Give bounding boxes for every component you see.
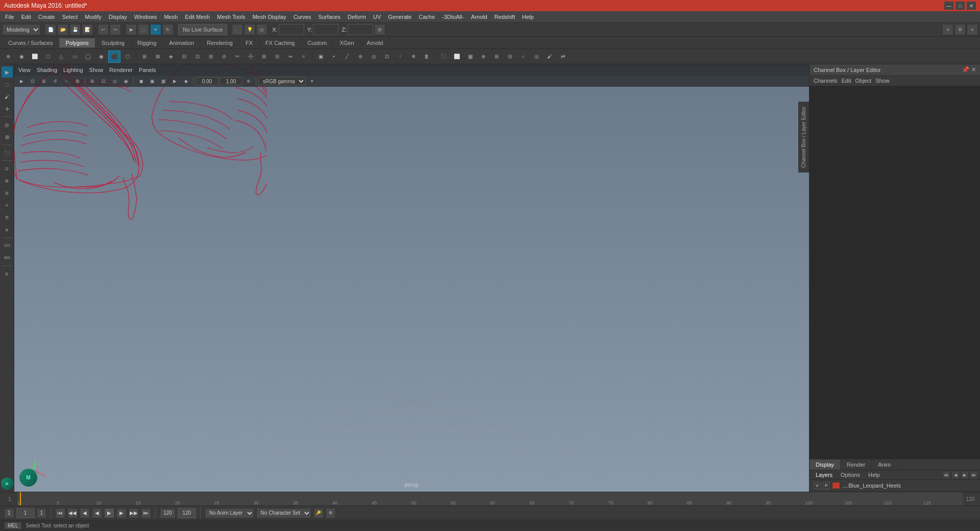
vp-res-low[interactable]: ◼ (136, 77, 146, 86)
grow-sel-btn[interactable]: ⊞ (491, 51, 503, 63)
maya-logo-btn[interactable]: M (1, 477, 13, 490)
new-scene-button[interactable]: 📄 (45, 24, 56, 35)
bevel-btn[interactable]: ◈ (165, 51, 177, 63)
settings-btn-1[interactable]: ⊡⊡ (2, 240, 13, 251)
insert-edge-loop-btn[interactable]: ⊞ (138, 51, 151, 63)
combine-btn[interactable]: ⊞ (258, 51, 270, 63)
edge-mode-btn[interactable]: ╱ (341, 51, 353, 63)
playback-range-start[interactable]: 1 (37, 508, 47, 518)
wire-btn[interactable]: ⊡ (381, 51, 393, 63)
display-setting-4[interactable]: ≡ (2, 200, 13, 211)
display-btn[interactable]: ◎ (368, 51, 380, 63)
merge-btn[interactable]: ⊞ (205, 51, 217, 63)
timeline-playhead[interactable] (20, 492, 21, 505)
fill-hole-btn[interactable]: ⊡ (191, 51, 204, 63)
viewport-3d-canvas[interactable]: persp X Y Z M (14, 87, 809, 492)
menu-deform[interactable]: Deform (345, 13, 369, 21)
tab-sculpting[interactable]: Sculpting (95, 38, 131, 47)
layer-forward-btn[interactable]: ▶ (961, 471, 969, 479)
shrink-sel-btn[interactable]: ⊟ (504, 51, 516, 63)
open-scene-button[interactable]: 📂 (57, 24, 68, 35)
vp-grid-btn[interactable]: ⊞ (87, 77, 97, 86)
sel-vertex-btn[interactable]: ⬛ (437, 51, 450, 63)
mirror-btn[interactable]: ⇔ (284, 51, 297, 63)
menu-edit[interactable]: Edit (18, 13, 34, 21)
maximize-button[interactable]: □ (955, 2, 965, 10)
menu-modify[interactable]: Modify (82, 13, 104, 21)
z-input[interactable] (348, 24, 373, 35)
display-setting-2[interactable]: ⊞ (2, 175, 13, 186)
smooth-btn[interactable]: ≈ (298, 51, 310, 63)
snap-to-grid-btn[interactable]: ⊕ (2, 51, 14, 63)
display-setting-6[interactable]: ⊛ (2, 224, 13, 235)
timeline-end-input[interactable] (178, 508, 196, 518)
timeline-ruler[interactable]: 1510152025303540455055606570758085909510… (17, 492, 963, 505)
vp-normals-btn[interactable]: ⊡ (99, 77, 109, 86)
display-setting-3[interactable]: ⊟ (2, 187, 13, 199)
layers-tab-layers[interactable]: Layers (812, 470, 837, 479)
menu-curves[interactable]: Curves (290, 13, 314, 21)
move-tool-left-btn[interactable]: ✛ (2, 103, 13, 114)
poly-cylinder-btn[interactable]: ⬡ (121, 51, 134, 63)
nurbs-cube-btn[interactable]: ⬜ (29, 51, 41, 63)
channel-box-close[interactable]: ✕ (971, 66, 976, 73)
vp-camera-btn[interactable]: ⊡ (28, 77, 38, 86)
tab-fx-caching[interactable]: FX Caching (259, 38, 301, 47)
uv-mode-btn[interactable]: ⊛ (354, 51, 366, 63)
layers-tab-options[interactable]: Options (837, 470, 864, 479)
select-tool-button[interactable]: ▶ (126, 24, 137, 35)
move-tool-button[interactable]: ✛ (150, 24, 161, 35)
save-scene-button[interactable]: 💾 (69, 24, 81, 35)
delete-history-btn[interactable]: 🗑 (421, 51, 433, 63)
tab-curves-surfaces[interactable]: Curves / Surfaces (2, 38, 59, 47)
y-input[interactable] (313, 24, 338, 35)
channel-box-toggle[interactable]: ≡ (942, 24, 953, 35)
minimize-button[interactable]: — (944, 2, 953, 10)
settings-btn-2[interactable]: ⊞⊟ (2, 252, 13, 263)
sel-uv-btn[interactable]: ⊕ (477, 51, 489, 63)
pb-goto-end[interactable]: ⏭ (141, 508, 151, 518)
convert-sel-btn[interactable]: ⇄ (557, 51, 569, 63)
vp-res-med[interactable]: ▣ (147, 77, 157, 86)
vp-color-profile-select[interactable]: sRGB gamma (258, 77, 306, 85)
tab-rigging[interactable]: Rigging (131, 38, 163, 47)
sel-edge-btn[interactable]: ⬜ (451, 51, 463, 63)
bridge-btn[interactable]: ⊟ (178, 51, 190, 63)
vp-select-btn[interactable]: ▶ (16, 77, 27, 86)
undo-button[interactable]: ↩ (97, 24, 109, 35)
vp-menu-lighting[interactable]: Lighting (63, 67, 83, 73)
cb-tab-edit[interactable]: Edit (841, 78, 851, 84)
script-mode-btn[interactable]: MEL (4, 522, 22, 529)
viewport[interactable]: View Shading Lighting Show Renderer Pane… (14, 64, 809, 492)
anim-layer-dropdown[interactable]: No Anim Layer (205, 508, 254, 518)
menu-mesh[interactable]: Mesh (161, 13, 181, 21)
extrude-btn[interactable]: ⊠ (152, 51, 164, 63)
anim-pref-btn[interactable]: ⚙ (326, 508, 336, 518)
vertex-mode-btn[interactable]: • (328, 51, 340, 63)
cut-btn[interactable]: ✂ (231, 51, 243, 63)
poly-sphere-btn[interactable]: ◉ (95, 51, 107, 63)
normals-btn[interactable]: ↑ (394, 51, 406, 63)
cb-tab-show[interactable]: Show (875, 78, 890, 84)
pb-next-frame[interactable]: ▶ (116, 508, 127, 518)
quick-render-btn[interactable]: ⬛ (2, 147, 13, 158)
vp-menu-show[interactable]: Show (89, 67, 104, 73)
vp-color-settings-btn[interactable]: ▾ (307, 77, 317, 86)
lasso-select-button[interactable]: ◌ (138, 24, 149, 35)
x-input[interactable] (279, 24, 304, 35)
right-side-tab[interactable]: Channel Box / Layer Editor (798, 102, 809, 173)
vp-key-btn[interactable]: ◆ (181, 77, 191, 86)
sel-face-btn[interactable]: ▦ (464, 51, 476, 63)
workspace-dropdown[interactable]: Modeling (2, 24, 40, 35)
layers-tab-help[interactable]: Help (864, 470, 884, 479)
close-button[interactable]: ✕ (967, 2, 976, 10)
menu-3dtoall[interactable]: -3DtoAll- (439, 13, 467, 21)
poly-cube-btn[interactable]: ⬛ (108, 51, 120, 63)
tab-rendering[interactable]: Rendering (201, 38, 239, 47)
layer-back-btn[interactable]: ◀ (951, 471, 960, 479)
vp-menu-renderer[interactable]: Renderer (109, 67, 133, 73)
extra-btn[interactable]: ≡ (2, 268, 13, 279)
pb-goto-start[interactable]: ⏮ (55, 508, 65, 518)
cb-tab-object[interactable]: Object (855, 78, 871, 84)
rotate-tool-button[interactable]: ↻ (162, 24, 174, 35)
